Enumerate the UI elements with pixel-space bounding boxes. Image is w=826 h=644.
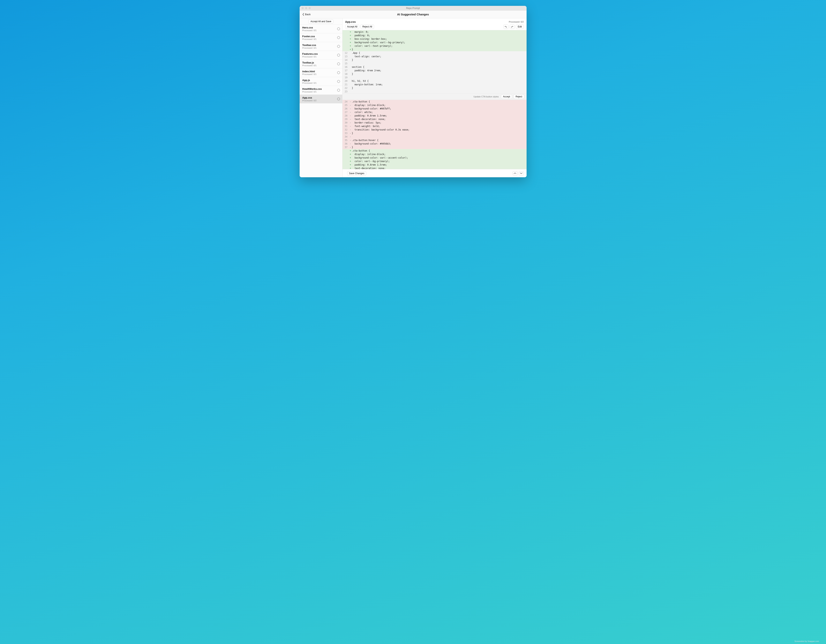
line-number: 35 <box>343 138 349 142</box>
diff-line: 27- color: white; <box>343 110 526 114</box>
hunk-message: Update CTA button styles <box>474 95 499 98</box>
next-hunk-button[interactable] <box>519 171 524 175</box>
diff-code <box>352 90 526 93</box>
diff-sign <box>349 55 352 58</box>
line-number: 19 <box>343 76 349 79</box>
file-status-circle-icon <box>337 62 340 65</box>
diff-code: background-color: #007bff; <box>352 107 526 110</box>
diff-sign <box>349 58 352 62</box>
diff-sign: - <box>349 110 352 114</box>
line-number: 18 <box>343 72 349 76</box>
diff-line: 16 section { <box>343 65 526 69</box>
diff-code: h1, h2, h3 { <box>352 79 526 83</box>
sidebar-file-item[interactable]: Toolbar.jsProcessed: 0/1 <box>300 60 342 68</box>
diff-line: 14 } <box>343 58 526 62</box>
sidebar-file-item[interactable]: App.jsProcessed: 0/1 <box>300 77 342 86</box>
diff-code: font-weight: bold; <box>352 124 526 128</box>
diff-sign: - <box>349 135 352 138</box>
prev-hunk-button[interactable] <box>512 171 518 175</box>
file-name: Features.css <box>302 53 318 55</box>
diff-sign: - <box>349 121 352 124</box>
line-number <box>343 156 349 160</box>
diff-sign: - <box>349 107 352 110</box>
redo-icon <box>511 25 513 28</box>
sidebar-file-item[interactable]: HowItWorks.cssProcessed: 0/1 <box>300 86 342 95</box>
file-name: App.css <box>302 96 317 99</box>
diff-line: + color: var(--bg-primary); <box>343 160 526 163</box>
diff-line: + background-color: var(--accent-color); <box>343 156 526 160</box>
line-number: 37 <box>343 146 349 149</box>
diff-scroll[interactable]: + margin: 0;+ padding: 0;+ box-sizing: b… <box>343 30 526 169</box>
sidebar-file-item[interactable]: Footer.cssProcessed: 0/1 <box>300 33 342 42</box>
traffic-zoom-icon[interactable] <box>309 7 311 9</box>
diff-line: 12 .App { <box>343 51 526 55</box>
diff-sign: + <box>349 163 352 166</box>
sidebar-file-item[interactable]: index.htmlProcessed: 0/1 <box>300 68 342 77</box>
chevron-left-icon <box>302 13 304 16</box>
diff-code: text-decoration: none; <box>352 118 526 121</box>
hunk-accept-button[interactable]: Accept <box>501 95 512 99</box>
undo-button[interactable] <box>503 25 508 29</box>
diff-sign <box>349 83 352 86</box>
diff-code <box>352 76 526 79</box>
diff-code: } <box>352 72 526 76</box>
diff-code: } <box>352 146 526 149</box>
line-number <box>343 41 349 44</box>
diff-sign: + <box>349 37 352 41</box>
file-name: Toolbar.js <box>302 61 317 64</box>
line-number <box>343 44 349 48</box>
diff-code: } <box>352 86 526 90</box>
back-button[interactable]: Back <box>302 13 311 16</box>
watermark: Screenshot by Xnapper.com <box>795 640 819 642</box>
diff-code: } <box>352 58 526 62</box>
traffic-minimize-icon[interactable] <box>305 7 307 9</box>
diff-code: display: inline-block; <box>352 104 526 107</box>
file-list: Hero.cssProcessed: 0/1Footer.cssProcesse… <box>300 25 342 177</box>
diff-line: 18 } <box>343 72 526 76</box>
accept-all-button[interactable]: Accept All <box>345 25 359 29</box>
header-bar: Back AI Suggested Changes <box>300 11 526 18</box>
footer-bar: Save Changes <box>343 169 526 177</box>
edit-button[interactable]: Edit <box>516 25 524 29</box>
file-subtext: Processed: 0/1 <box>302 91 322 93</box>
diff-code <box>352 62 526 65</box>
line-number: 25 <box>343 104 349 107</box>
sidebar-file-item[interactable]: Hero.cssProcessed: 0/1 <box>300 25 342 33</box>
diff-line: 30- border-radius: 5px; <box>343 121 526 124</box>
diff-code: .App { <box>352 51 526 55</box>
reject-all-button[interactable]: Reject All <box>360 25 374 29</box>
diff-sign: - <box>349 142 352 146</box>
diff-line: 28- padding: 0.8rem 1.5rem; <box>343 114 526 118</box>
diff-code: text-align: center; <box>352 55 526 58</box>
diff-line: + text-decoration: none; <box>343 166 526 169</box>
sidebar-file-item[interactable]: Toolbar.cssProcessed: 0/1 <box>300 42 342 51</box>
line-number: 16 <box>343 65 349 69</box>
redo-button[interactable] <box>509 25 515 29</box>
line-number: 28 <box>343 114 349 118</box>
traffic-close-icon[interactable] <box>301 7 304 9</box>
diff-code: } <box>352 132 526 135</box>
diff-line: + display: inline-block; <box>343 152 526 156</box>
diff-line: 34- <box>343 135 526 138</box>
diff-code: background-color: #0056b3; <box>352 142 526 146</box>
diff-line: 29- text-decoration: none; <box>343 118 526 121</box>
sidebar-file-item[interactable]: Features.cssProcessed: 0/1 <box>300 51 342 60</box>
line-number: 15 <box>343 62 349 65</box>
sidebar-file-item[interactable]: App.cssProcessed: 0/2 <box>300 95 342 104</box>
diff-sign: + <box>349 152 352 156</box>
file-status-circle-icon <box>337 45 340 48</box>
diff-code: color: white; <box>352 110 526 114</box>
line-number: 29 <box>343 118 349 121</box>
line-number: 32 <box>343 128 349 132</box>
diff-sign: + <box>349 149 352 152</box>
file-status-circle-icon <box>337 71 340 74</box>
save-changes-button[interactable]: Save Changes <box>347 171 366 175</box>
app-title: Repo Prompt <box>406 7 420 9</box>
diff-sign <box>349 76 352 79</box>
accept-all-save-button[interactable]: Accept All and Save <box>308 19 334 23</box>
page-title: AI Suggested Changes <box>397 12 429 16</box>
diff-sign: + <box>349 166 352 169</box>
file-status-circle-icon <box>337 80 340 83</box>
hunk-reject-button[interactable]: Reject <box>514 95 524 99</box>
diff-line: 24-.cta-button { <box>343 100 526 104</box>
